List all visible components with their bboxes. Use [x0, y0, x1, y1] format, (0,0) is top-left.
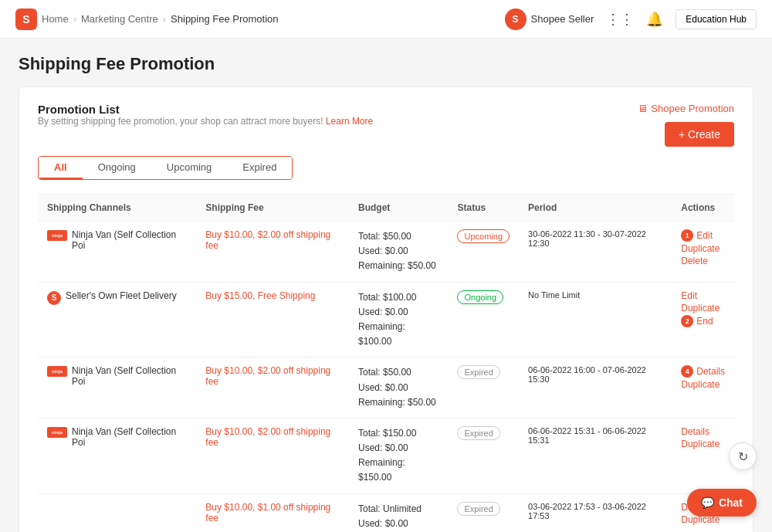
action-end-link[interactable]: End — [696, 316, 713, 327]
channel-cell: ninjaNinja Van (Self Collection Poi — [38, 222, 196, 283]
tab-expired[interactable]: Expired — [227, 157, 292, 179]
s-logo: S — [47, 291, 61, 305]
home-link[interactable]: Home — [42, 13, 69, 25]
status-cell: Upcoming — [448, 222, 519, 283]
ninjavan-logo: ninja — [47, 366, 67, 377]
shipping-fee-cell: Buy $10.00, $1.00 off shipping fee — [196, 493, 349, 532]
channel-cell: SSeller's Own Fleet Delivery — [38, 282, 196, 357]
channel-name: Ninja Van (Self Collection Poi — [72, 229, 187, 251]
action-edit-link[interactable]: Edit — [681, 290, 697, 301]
col-shipping-fee: Shipping Fee — [196, 195, 349, 222]
table-row: ninjaNinja Van (Self Collection PoiBuy $… — [38, 418, 734, 493]
actions-cell: 4DetailsDuplicate — [672, 357, 734, 398]
table-row: SSeller's Own Fleet DeliveryBuy $15.00, … — [38, 282, 734, 357]
bell-icon[interactable]: 🔔 — [646, 11, 663, 28]
channel-name: Ninja Van (Self Collection Poi — [72, 426, 187, 448]
chat-label: Chat — [719, 496, 743, 509]
promotion-card: Promotion List By setting shipping fee p… — [19, 86, 753, 532]
card-top-right: 🖥 Shopee Promotion + Create — [638, 103, 734, 147]
tab-upcoming[interactable]: Upcoming — [151, 157, 228, 179]
budget-remaining: Remaining: $100.00 — [358, 320, 438, 349]
period-cell: No Time Limit — [519, 282, 672, 357]
header: S Home › Marketing Centre › Shipping Fee… — [0, 0, 772, 39]
channel-name: Ninja Van (Self Collection Poi — [72, 365, 187, 387]
action-duplicate-link[interactable]: Duplicate — [681, 439, 720, 449]
actions-cell: 1EditDuplicateDelete — [672, 222, 734, 274]
chat-button[interactable]: 💬 Chat — [687, 489, 757, 517]
status-badge: Ongoing — [457, 290, 503, 304]
breadcrumb: S Home › Marketing Centre › Shipping Fee… — [15, 8, 279, 30]
status-badge: Expired — [457, 426, 499, 440]
action-duplicate-link[interactable]: Duplicate — [681, 243, 720, 254]
page-content: Shipping Fee Promotion Promotion List By… — [0, 39, 772, 532]
promotion-tabs: All Ongoing Upcoming Expired — [38, 156, 293, 180]
channel-cell: ninjaNinja Van (Self Collection Poi — [38, 418, 196, 493]
budget-cell: Total: $150.00Used: $0.00Remaining: $150… — [349, 418, 448, 493]
learn-more-link[interactable]: Learn More — [326, 116, 373, 127]
table-row: ninjaNinja Van (Self Collection PoiBuy $… — [38, 222, 734, 283]
table-container: Shipping Channels Shipping Fee Budget St… — [38, 194, 734, 532]
shopee-promotion-link[interactable]: 🖥 Shopee Promotion — [638, 103, 734, 114]
shopee-seller-badge: S Shopee Seller — [505, 8, 594, 30]
card-title: Promotion List — [38, 103, 373, 116]
action-badge: 1 — [681, 229, 693, 242]
action-delete-link[interactable]: Delete — [681, 256, 708, 266]
status-badge: Expired — [457, 365, 499, 379]
budget-remaining: Remaining: $50.00 — [358, 395, 438, 410]
channel-name: Seller's Own Fleet Delivery — [66, 290, 177, 301]
header-right: S Shopee Seller ⋮⋮ 🔔 Education Hub — [505, 8, 757, 30]
action-duplicate-link[interactable]: Duplicate — [681, 303, 720, 313]
budget-total: Total: $150.00 — [358, 426, 438, 441]
card-subtitle: By setting shipping fee promotion, your … — [38, 116, 373, 127]
status-cell: Ongoing — [448, 282, 519, 357]
tab-all[interactable]: All — [39, 157, 83, 179]
budget-cell: Total: $50.00Used: $0.00Remaining: $50.0… — [349, 222, 448, 283]
action-duplicate-link[interactable]: Duplicate — [681, 379, 720, 390]
period-cell: 03-06-2022 17:53 - 03-06-2022 17:53 — [519, 493, 672, 532]
marketing-centre-link[interactable]: Marketing Centre — [81, 13, 158, 25]
action-details-link[interactable]: Details — [696, 366, 725, 377]
table-row: Buy $10.00, $1.00 off shipping feeTotal:… — [38, 493, 734, 532]
table-header-row: Shipping Channels Shipping Fee Budget St… — [38, 195, 734, 222]
create-button[interactable]: + Create — [665, 122, 734, 147]
table-row: ninjaNinja Van (Self Collection PoiBuy $… — [38, 357, 734, 418]
shipping-fee-cell: Buy $10.00, $2.00 off shipping fee — [196, 222, 349, 283]
breadcrumb-sep-1: › — [73, 13, 76, 25]
actions-cell: EditDuplicate2End — [672, 283, 734, 335]
tab-ongoing[interactable]: Ongoing — [83, 157, 151, 179]
budget-remaining: Remaining: $150.00 — [358, 456, 438, 485]
status-badge: Upcoming — [457, 229, 510, 243]
chat-icon: 💬 — [701, 496, 714, 509]
budget-total: Total: $50.00 — [358, 365, 438, 380]
budget-total: Total: Unlimited — [358, 502, 438, 517]
budget-used: Used: $0.00 — [358, 517, 438, 531]
card-top-left: Promotion List By setting shipping fee p… — [38, 103, 373, 137]
ninjavan-logo: ninja — [47, 230, 67, 241]
page-title: Shipping Fee Promotion — [19, 54, 753, 74]
budget-used: Used: $0.00 — [358, 305, 438, 320]
card-top-row: Promotion List By setting shipping fee p… — [38, 103, 734, 147]
col-budget: Budget — [349, 195, 448, 222]
status-cell: Expired — [448, 493, 519, 532]
help-circle-button[interactable]: ↻ — [729, 442, 757, 470]
budget-total: Total: $50.00 — [358, 229, 438, 244]
status-cell: Expired — [448, 357, 519, 418]
breadcrumb-sep-2: › — [163, 13, 166, 25]
actions-cell: DetailsDuplicate — [672, 418, 734, 457]
col-status: Status — [448, 195, 519, 222]
shopee-seller-label: Shopee Seller — [531, 13, 594, 25]
budget-remaining: Remaining: $50.00 — [358, 259, 438, 273]
grid-icon[interactable]: ⋮⋮ — [606, 11, 634, 28]
action-details-link[interactable]: Details — [681, 426, 709, 437]
action-edit-link[interactable]: Edit — [696, 230, 713, 241]
shopee-logo: S — [15, 8, 37, 30]
col-period: Period — [519, 195, 672, 222]
shopee-promo-icon: 🖥 — [638, 103, 648, 114]
status-badge: Expired — [457, 502, 499, 516]
budget-cell: Total: $100.00Used: $0.00Remaining: $100… — [349, 282, 448, 357]
budget-cell: Total: UnlimitedUsed: $0.00 — [349, 493, 448, 532]
period-cell: 06-06-2022 16:00 - 07-06-2022 15:30 — [519, 357, 672, 418]
action-badge: 2 — [681, 315, 693, 327]
education-hub-button[interactable]: Education Hub — [676, 9, 757, 29]
shipping-fee-cell: Buy $10.00, $2.00 off shipping fee — [196, 418, 349, 493]
